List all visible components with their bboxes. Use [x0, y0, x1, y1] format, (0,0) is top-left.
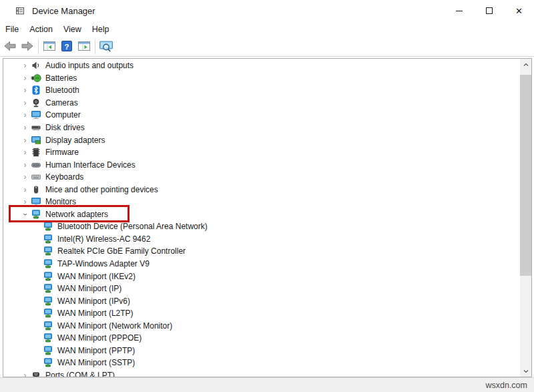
close-button[interactable]: ✕ — [504, 0, 534, 21]
firmware-icon — [31, 147, 41, 158]
tree-item-label: TAP-Windows Adapter V9 — [57, 259, 150, 268]
network-adapter-icon — [43, 221, 53, 232]
chevron-collapsed-icon[interactable]: › — [19, 98, 31, 108]
menu-item-file[interactable]: File — [0, 23, 24, 36]
chevron-collapsed-icon[interactable]: › — [19, 85, 31, 95]
toolbar-separator — [38, 39, 39, 54]
disk-icon — [31, 122, 41, 133]
tree-item-wan-miniport-network-monitor[interactable]: WAN Miniport (Network Monitor) — [3, 319, 531, 332]
scan-hardware-icon — [98, 39, 114, 55]
network-adapter-icon — [43, 321, 53, 331]
tree-item-label: WAN Miniport (IP) — [57, 284, 121, 293]
tree-item-label: Audio inputs and outputs — [45, 61, 134, 70]
chevron-down-icon — [523, 368, 529, 375]
menu-bar: FileActionViewHelp — [0, 21, 534, 37]
show-console-tree-button[interactable] — [41, 39, 58, 55]
network-adapter-icon — [43, 333, 53, 343]
window-title: Device Manager — [32, 6, 95, 16]
chevron-collapsed-icon[interactable]: › — [19, 172, 31, 182]
tree-item-intel-r-wireless-ac-9462[interactable]: Intel(R) Wireless-AC 9462 — [3, 233, 531, 246]
audio-icon — [31, 60, 41, 71]
tree-item-display-adapters[interactable]: ›Display adapters — [3, 134, 531, 146]
tree-item-mice-and-other-pointing-devices[interactable]: ›Mice and other pointing devices — [3, 183, 531, 196]
chevron-collapsed-icon[interactable]: › — [19, 136, 31, 145]
network-adapter-icon — [43, 246, 53, 256]
camera-icon — [31, 97, 41, 108]
chevron-collapsed-icon[interactable]: › — [19, 61, 31, 70]
back-arrow-icon — [3, 39, 17, 55]
network-adapter-icon — [43, 258, 53, 269]
scroll-up-button[interactable] — [520, 59, 531, 70]
tree-item-label: WAN Miniport (IKEv2) — [57, 272, 136, 281]
tree-item-realtek-pcie-gbe-family-controller[interactable]: Realtek PCIe GbE Family Controller — [3, 245, 531, 258]
tree-item-label: Realtek PCIe GbE Family Controller — [57, 246, 186, 256]
chevron-collapsed-icon[interactable]: › — [19, 110, 31, 120]
window-controls: ✕ — [444, 0, 534, 21]
tree-item-label: Firmware — [45, 148, 79, 157]
scrollbar-thumb[interactable] — [520, 75, 531, 276]
chevron-collapsed-icon[interactable]: › — [19, 185, 31, 194]
help-icon: ? — [60, 39, 73, 55]
tree-item-audio-inputs-and-outputs[interactable]: ›Audio inputs and outputs — [3, 59, 531, 72]
network-adapter-icon — [43, 283, 53, 294]
chevron-collapsed-icon[interactable]: › — [19, 148, 31, 157]
tree-item-computer[interactable]: ›Computer — [3, 109, 531, 122]
tree-item-label: Mice and other pointing devices — [45, 185, 158, 194]
menu-item-action[interactable]: Action — [24, 23, 58, 36]
tree-item-firmware[interactable]: ›Firmware — [3, 146, 531, 159]
mouse-icon — [31, 184, 41, 195]
tree-item-label: WAN Miniport (L2TP) — [57, 309, 134, 318]
back-button[interactable] — [1, 39, 19, 55]
tree-item-keyboards[interactable]: ›Keyboards — [3, 171, 531, 184]
action-pane-icon — [77, 39, 91, 55]
tree-item-disk-drives[interactable]: ›Disk drives — [3, 122, 531, 134]
tree-item-wan-miniport-ikev2[interactable]: WAN Miniport (IKEv2) — [3, 270, 531, 282]
tree-item-label: Intel(R) Wireless-AC 9462 — [57, 234, 150, 244]
chevron-collapsed-icon[interactable]: › — [19, 160, 31, 170]
tree-item-label: Disk drives — [45, 123, 85, 132]
forward-button[interactable] — [19, 39, 36, 55]
tree-item-label: Human Interface Devices — [45, 160, 136, 170]
maximize-button[interactable] — [474, 0, 504, 21]
vertical-scrollbar[interactable] — [520, 59, 531, 377]
menu-item-view[interactable]: View — [58, 23, 87, 36]
title-bar: Device Manager ✕ — [0, 0, 534, 21]
tree-item-wan-miniport-ipv6[interactable]: WAN Miniport (IPv6) — [3, 295, 531, 307]
tree-item-wan-miniport-pppoe[interactable]: WAN Miniport (PPPOE) — [3, 332, 531, 345]
console-tree-icon — [43, 39, 56, 55]
hid-icon — [31, 160, 41, 170]
tree-item-bluetooth[interactable]: ›Bluetooth — [3, 84, 531, 97]
tree-item-cameras[interactable]: ›Cameras — [3, 97, 531, 110]
highlight-rectangle — [9, 205, 129, 222]
tree-item-wan-miniport-ip[interactable]: WAN Miniport (IP) — [3, 282, 531, 295]
tree-item-tap-windows-adapter-v9[interactable]: TAP-Windows Adapter V9 — [3, 258, 531, 270]
tree-item-label: Ports (COM & LPT) — [45, 371, 115, 377]
scroll-down-button[interactable] — [520, 365, 531, 377]
minimize-button[interactable] — [444, 0, 474, 21]
network-adapter-icon — [43, 308, 53, 319]
chevron-up-icon — [523, 61, 529, 68]
computer-icon — [31, 110, 41, 120]
tree-item-label: Keyboards — [45, 172, 83, 182]
chevron-collapsed-icon[interactable]: › — [19, 73, 31, 83]
chevron-collapsed-icon[interactable]: › — [19, 123, 31, 132]
maximize-icon — [486, 7, 493, 14]
device-manager-window: Device Manager ✕ FileActionViewHelp ? ›A… — [0, 0, 534, 392]
tree-item-label: Bluetooth Device (Personal Area Network) — [57, 222, 208, 231]
device-manager-app-icon — [15, 5, 25, 16]
help-button[interactable]: ? — [58, 39, 75, 55]
tree-item-human-interface-devices[interactable]: ›Human Interface Devices — [3, 158, 531, 171]
chevron-collapsed-icon[interactable]: › — [19, 371, 31, 377]
ports-icon — [31, 370, 41, 377]
tree-item-batteries[interactable]: ›Batteries — [3, 72, 531, 85]
tree-item-wan-miniport-l2tp[interactable]: WAN Miniport (L2TP) — [3, 307, 531, 320]
menu-item-help[interactable]: Help — [87, 23, 115, 36]
tree-item-wan-miniport-pptp[interactable]: WAN Miniport (PPTP) — [3, 345, 531, 357]
tree-item-label: Computer — [45, 110, 81, 120]
network-adapter-icon — [43, 234, 53, 244]
tree-item-wan-miniport-sstp[interactable]: WAN Miniport (SSTP) — [3, 357, 531, 369]
network-adapter-icon — [43, 357, 53, 368]
tree-item-ports-com-lpt[interactable]: ›Ports (COM & LPT) — [3, 369, 531, 377]
scan-hardware-changes-button[interactable] — [97, 39, 115, 55]
action-pane-button[interactable] — [75, 39, 93, 55]
